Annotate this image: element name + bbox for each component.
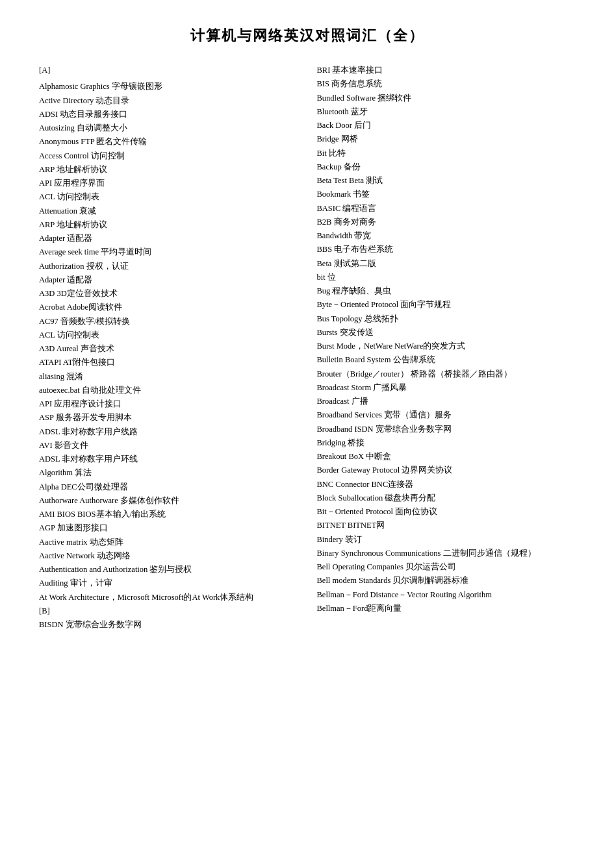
list-item: AGP 加速图形接口: [39, 521, 298, 535]
list-item: Bell Operating Companies 贝尔运营公司: [317, 560, 576, 574]
list-item: ACL 访问控制表: [39, 190, 298, 204]
list-item: Bit 比特: [317, 147, 576, 160]
list-item: Authorization 授权，认证: [39, 260, 298, 273]
list-item: Bulletin Board System 公告牌系统: [317, 353, 576, 367]
section-a-header: [A]: [39, 64, 298, 77]
list-item: ADSI 动态目录服务接口: [39, 108, 298, 121]
list-item: Bookmark 书签: [317, 188, 576, 201]
list-item: Back Door 后门: [317, 119, 576, 132]
list-item: Beta 测试第二版: [317, 257, 576, 271]
list-item: Bundled Software 捆绑软件: [317, 92, 576, 105]
list-item: Bug 程序缺陷、臭虫: [317, 284, 576, 298]
list-item: API 应用程序界面: [39, 177, 298, 190]
list-item: AMI BIOS BIOS基本输入/输出系统: [39, 508, 298, 521]
list-item: ADSL 非对称数字用户线路: [39, 425, 298, 439]
list-item: Adapter 适配器: [39, 273, 298, 287]
list-item: ARP 地址解析协议: [39, 218, 298, 232]
list-item: Authorware Authorware 多媒体创作软件: [39, 494, 298, 508]
list-item: Binary Synchronous Communications 二进制同步通…: [317, 547, 576, 560]
list-item: BASIC 编程语言: [317, 202, 576, 216]
list-item: BISDN 宽带综合业务数字网: [39, 618, 298, 632]
list-item: aliasing 混淆: [39, 370, 298, 384]
list-item: Average seek time 平均寻道时间: [39, 245, 298, 259]
list-item: Auditing 审计，计审: [39, 577, 298, 590]
list-item: Active Directory 动态目录: [39, 94, 298, 108]
list-item: BITNET BITNET网: [317, 519, 576, 532]
list-item: Algorithm 算法: [39, 466, 298, 480]
list-item: Anonymous FTP 匿名文件传输: [39, 135, 298, 149]
list-item: Broadband Services 宽带（通信）服务: [317, 408, 576, 422]
list-item: Access Control 访问控制: [39, 149, 298, 163]
list-item: Broadcast 广播: [317, 395, 576, 408]
list-item: Adapter 适配器: [39, 232, 298, 245]
list-item: Bindery 装订: [317, 533, 576, 547]
columns-wrapper: [A] Alphamosic Graphics 字母镶嵌图形Active Dir…: [39, 64, 575, 632]
list-item: At Work Architecture，Microsoft Microsoft…: [39, 591, 298, 604]
list-item: A3D Aureal 声音技术: [39, 342, 298, 356]
list-item: Alphamosic Graphics 字母镶嵌图形: [39, 80, 298, 93]
list-item: BRI 基本速率接口: [317, 64, 576, 77]
list-item: Alpha DEC公司微处理器: [39, 480, 298, 494]
list-item: Bursts 突发传送: [317, 326, 576, 340]
list-item: Broadband ISDN 宽带综合业务数字网: [317, 423, 576, 436]
list-item: Bus Topology 总线拓扑: [317, 312, 576, 326]
list-item: Bridge 网桥: [317, 132, 576, 146]
list-item: BIS 商务信息系统: [317, 77, 576, 91]
list-item: Aactive Network 动态网络: [39, 549, 298, 563]
list-item: Attenuation 衰减: [39, 205, 298, 218]
list-item: Broadcast Storm 广播风暴: [317, 381, 576, 395]
list-item: AVI 影音文件: [39, 439, 298, 453]
list-item: A3D 3D定位音效技术: [39, 287, 298, 301]
list-item: autoexec.bat 自动批处理文件: [39, 384, 298, 397]
left-column: [A] Alphamosic Graphics 字母镶嵌图形Active Dir…: [39, 64, 298, 632]
list-item: [B]: [39, 604, 298, 618]
list-item: Bluetooth 蓝牙: [317, 105, 576, 119]
list-item: ADSL 非对称数字用户环线: [39, 453, 298, 466]
list-item: Bandwidth 带宽: [317, 229, 576, 243]
list-item: B2B 商务对商务: [317, 216, 576, 229]
right-entries: BRI 基本速率接口BIS 商务信息系统Bundled Software 捆绑软…: [317, 64, 576, 615]
list-item: Bridging 桥接: [317, 436, 576, 450]
list-item: Brouter（Bridge／router） 桥路器（桥接器／路由器）: [317, 367, 576, 381]
list-item: Authentication and Authorization 鉴别与授权: [39, 563, 298, 577]
list-item: Border Gateway Protocol 边界网关协议: [317, 464, 576, 477]
list-item: Breakout BoX 中断盒: [317, 450, 576, 464]
list-item: Bellman－Ford距离向量: [317, 602, 576, 615]
list-item: Autosizing 自动调整大小: [39, 121, 298, 135]
list-item: AC97 音频数字/模拟转换: [39, 315, 298, 329]
list-item: BNC Connector BNC连接器: [317, 478, 576, 491]
list-item: Bellman－Ford Distance－Vector Routing Alg…: [317, 588, 576, 602]
list-item: ASP 服务器开发专用脚本: [39, 411, 298, 425]
list-item: API 应用程序设计接口: [39, 397, 298, 411]
list-item: Acrobat Adobe阅读软件: [39, 301, 298, 314]
list-item: Backup 备份: [317, 160, 576, 174]
list-item: BBS 电子布告栏系统: [317, 243, 576, 256]
list-item: Aactive matrix 动态矩阵: [39, 536, 298, 549]
right-column: BRI 基本速率接口BIS 商务信息系统Bundled Software 捆绑软…: [317, 64, 576, 615]
list-item: bit 位: [317, 271, 576, 284]
list-item: Beta Test Beta 测试: [317, 174, 576, 188]
list-item: Bell modem Standards 贝尔调制解调器标准: [317, 574, 576, 588]
list-item: Byte－Oriented Protocol 面向字节规程: [317, 298, 576, 312]
list-item: Bit－Oriented Protocol 面向位协议: [317, 505, 576, 519]
list-item: Burst Mode，NetWare NetWare的突发方式: [317, 340, 576, 353]
list-item: ACL 访问控制表: [39, 329, 298, 342]
list-item: ARP 地址解析协议: [39, 163, 298, 177]
left-entries: Alphamosic Graphics 字母镶嵌图形Active Directo…: [39, 80, 298, 632]
page-title: 计算机与网络英汉对照词汇（全）: [39, 26, 575, 45]
list-item: ATAPI AT附件包接口: [39, 356, 298, 369]
list-item: Block Suballocation 磁盘块再分配: [317, 491, 576, 505]
